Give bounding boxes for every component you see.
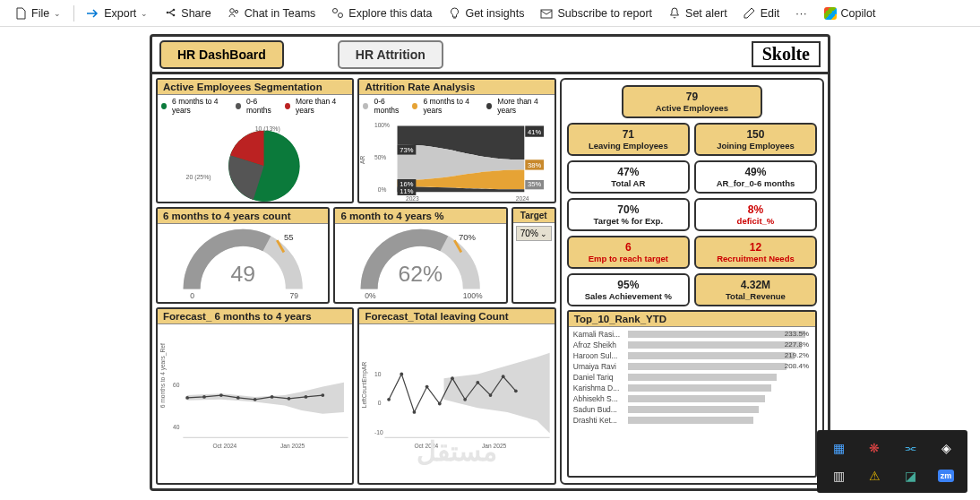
svg-text:0%: 0% [365,291,377,300]
svg-point-3 [229,9,234,13]
kpi-value: 79 [625,91,758,103]
svg-point-59 [388,398,391,401]
target-slicer[interactable]: Target 70% ⌄ [511,207,556,304]
bar-row[interactable]: Haroon Sul...219.2% [573,351,811,360]
kpi-card[interactable]: 47%Total AR [567,160,690,194]
svg-text:-10: -10 [374,429,383,435]
svg-point-62 [426,385,429,389]
hr-attrition-button[interactable]: HR Attrition [338,40,443,69]
kpi-card[interactable]: 12Recruitment Needs [694,236,817,269]
forecast-1-panel[interactable]: Forecast_ 6 months to 4 years 6 months t… [156,307,354,485]
kpi-card[interactable]: 6Emp to reach target [567,236,690,269]
explore-label: Explore this data [348,7,432,20]
taskbar-app-2[interactable]: ❋ [858,435,890,460]
subscribe-button[interactable]: Subscribe to report [533,4,659,22]
taskbar-app-5[interactable]: ▥ [822,463,855,487]
svg-text:Jan 2025: Jan 2025 [280,443,305,449]
kpi-label: Total AR [571,178,686,188]
kpi-label: Joining Employees [698,141,813,151]
brand-logo: Skolte [752,41,821,67]
kpi-card[interactable]: 95%Sales Achievement % [567,273,690,306]
pencil-icon [744,7,756,20]
kpi-card[interactable]: 71Leaving Employees [567,123,690,156]
bar-value: 219.2% [785,351,809,359]
svg-text:49: 49 [230,262,255,286]
segmentation-panel[interactable]: Active Employees Segmentation 6 months t… [156,78,354,203]
svg-text:0: 0 [190,291,194,300]
report-header: HR DashBoard HR Attrition Skolte [152,37,828,74]
chat-teams-button[interactable]: Chat in Teams [220,4,323,22]
svg-text:50%: 50% [374,154,386,160]
svg-text:79: 79 [290,291,299,300]
svg-point-50 [305,395,308,399]
kpi-card[interactable]: 49%AR_for_0-6 months [694,160,817,194]
forecast-2-panel[interactable]: Forecast_Total leaving Count مستقل LeftC… [357,307,555,485]
taskbar-app-1[interactable]: ▦ [822,435,855,460]
edit-button[interactable]: Edit [736,4,787,22]
edit-label: Edit [761,7,780,20]
svg-text:62%: 62% [399,262,443,286]
share-label: Share [181,7,211,20]
taskbar-app-8[interactable]: zm [930,463,962,487]
more-menu[interactable]: ··· [788,4,814,22]
share-icon [164,7,176,20]
export-menu[interactable]: Export ⌄ [80,4,155,22]
bar-row[interactable]: Umaiya Ravi208.4% [573,362,811,371]
svg-text:100%: 100% [463,291,483,300]
svg-text:2024: 2024 [516,195,529,202]
subscribe-label: Subscribe to report [557,7,652,20]
kpi-card[interactable]: 79Active Employees [622,85,761,118]
bar-row[interactable]: Karishma D... [573,384,811,392]
insights-button[interactable]: Get insights [441,4,531,22]
bar-row[interactable]: Abhisekh S... [573,394,811,403]
kpi-card[interactable]: 150Joining Employees [694,123,817,156]
svg-point-66 [477,381,480,384]
kpi-value: 71 [571,128,686,141]
kpi-card[interactable]: 4.32MTotal_Revenue [694,273,817,306]
share-button[interactable]: Share [157,4,218,22]
taskbar-app-6[interactable]: ⚠ [858,463,890,487]
taskbar-app-7[interactable]: ◪ [894,463,926,487]
kpi-value: 6 [571,241,686,254]
attrition-legend: 0-6 months 6 months to 4 years More than… [359,95,554,116]
hr-dashboard-button[interactable]: HR DashBoard [159,40,284,69]
bar-name: Daniel Tariq [573,373,625,382]
chat-label: Chat in Teams [245,7,316,20]
bar-name: Umaiya Ravi [573,362,625,371]
attrition-panel[interactable]: Attrition Rate Analysis 0-6 months 6 mon… [357,78,555,203]
kpi-value: 95% [571,279,686,291]
kpi-card[interactable]: 70%Target % for Exp. [567,198,690,231]
report-canvas: HR DashBoard HR Attrition Skolte Active … [0,27,980,500]
svg-text:0: 0 [378,400,382,406]
bar-row[interactable]: Kamali Rasi...233.5% [573,330,811,339]
kpi-label: Emp to reach target [571,254,686,263]
export-icon [87,7,99,20]
bar-row[interactable]: Sadun Bud... [573,405,811,414]
alert-button[interactable]: Set alert [661,4,735,22]
copilot-button[interactable]: Copilot [817,4,883,22]
kpi-value: 49% [698,166,813,178]
svg-text:41%: 41% [528,128,541,136]
target-dropdown[interactable]: 70% ⌄ [516,226,552,241]
gauge-pct-panel[interactable]: 6 month to 4 years % 70% 62% 0% 100% [333,207,507,304]
kpi-value: 12 [698,241,813,254]
bar-row[interactable]: Afroz Sheikh227.8% [573,341,811,349]
bar-row[interactable]: Drashti Ket... [573,416,811,425]
kpi-label: deficit_% [698,216,813,226]
bar-row[interactable]: Daniel Tariq [573,373,811,382]
teams-icon [228,7,240,20]
svg-text:2023: 2023 [406,195,419,202]
top10-panel[interactable]: Top_10_Rank_YTD Kamali Rasi...233.5%Afro… [567,310,817,478]
taskbar-app-3[interactable]: ⫘ [894,435,926,460]
svg-text:73%: 73% [400,146,414,154]
svg-text:Oct 2024: Oct 2024 [212,443,236,449]
taskbar-app-4[interactable]: ◈ [930,435,962,460]
explore-button[interactable]: Explore this data [324,4,439,22]
file-menu[interactable]: File ⌄ [7,4,68,22]
kpi-card[interactable]: 8%deficit_% [694,198,817,231]
svg-point-46 [236,396,240,400]
bar-name: Kamali Rasi... [573,330,625,339]
bar-name: Afroz Sheikh [573,341,625,349]
gauge-count-panel[interactable]: 6 months to 4 years count 55 49 0 79 [156,207,330,304]
export-label: Export [104,7,136,20]
